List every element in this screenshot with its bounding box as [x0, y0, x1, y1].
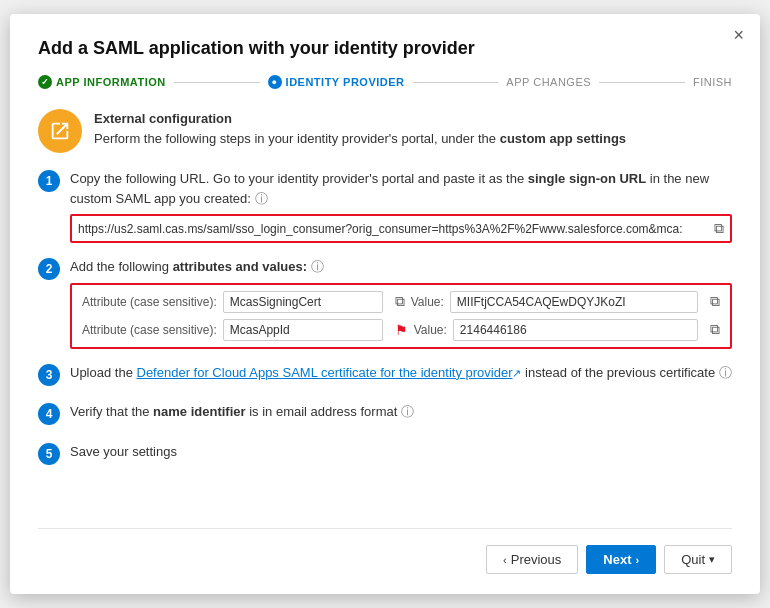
- step2-dot: ●: [268, 75, 282, 89]
- step-line-3: [599, 82, 685, 83]
- next-chevron-icon: ›: [635, 554, 639, 566]
- step4-text-bold: name identifier: [153, 404, 245, 419]
- step5-text: Save your settings: [70, 444, 177, 459]
- ext-config-text: External configuration Perform the follo…: [94, 109, 626, 148]
- ext-config-title: External configuration: [94, 111, 232, 126]
- next-label: Next: [603, 552, 631, 567]
- step4-text-prefix: Verify that the: [70, 404, 153, 419]
- step1-body: Copy the following URL. Go to your ident…: [70, 169, 732, 243]
- attr1-value-field: MIIFtjCCA54CAQEwDQYJKoZI: [450, 291, 698, 313]
- step2-label: IDENTITY PROVIDER: [286, 76, 405, 88]
- step2-info-icon[interactable]: ⓘ: [311, 259, 324, 274]
- step5-body: Save your settings: [70, 442, 732, 468]
- steps-bar: ✓ APP INFORMATION ● IDENTITY PROVIDER AP…: [38, 75, 732, 89]
- step1-text-bold: single sign-on URL: [528, 171, 646, 186]
- url-box: https://us2.saml.cas.ms/saml/sso_login_c…: [70, 214, 732, 243]
- ext-config-header: External configuration Perform the follo…: [38, 109, 732, 153]
- dialog-footer: ‹ Previous Next › Quit ▾: [38, 528, 732, 574]
- attr1-copy-icon[interactable]: ⧉: [395, 293, 405, 310]
- attr1-value-label: Value:: [411, 295, 444, 309]
- step4-body: Verify that the name identifier is in em…: [70, 402, 732, 428]
- saml-dialog: × Add a SAML application with your ident…: [10, 14, 760, 594]
- prev-chevron-icon: ‹: [503, 554, 507, 566]
- step-app-changes: APP CHANGES: [506, 76, 591, 88]
- cert-download-link[interactable]: Defender for Cloud Apps SAML certificate…: [137, 365, 513, 380]
- url-value: https://us2.saml.cas.ms/saml/sso_login_c…: [78, 222, 708, 236]
- step-content: 1 Copy the following URL. Go to your ide…: [38, 169, 732, 528]
- attr2-label: Attribute (case sensitive):: [82, 323, 217, 337]
- attr1-label: Attribute (case sensitive):: [82, 295, 217, 309]
- attributes-table: Attribute (case sensitive): McasSigningC…: [70, 283, 732, 349]
- external-config-icon: [38, 109, 82, 153]
- ext-config-desc-prefix: Perform the following steps in your iden…: [94, 131, 500, 146]
- numbered-step-1: 1 Copy the following URL. Go to your ide…: [38, 169, 732, 243]
- step3-label: APP CHANGES: [506, 76, 591, 88]
- step2-text-bold: attributes and values:: [173, 259, 307, 274]
- attr2-value-label: Value:: [414, 323, 447, 337]
- numbered-step-2: 2 Add the following attributes and value…: [38, 257, 732, 349]
- step2-body: Add the following attributes and values:…: [70, 257, 732, 349]
- step4-text-suffix: is in email address format: [246, 404, 398, 419]
- copy-url-icon[interactable]: ⧉: [714, 220, 724, 237]
- step-line-1: [174, 82, 260, 83]
- step2-badge: 2: [38, 258, 60, 280]
- numbered-step-3: 3 Upload the Defender for Cloud Apps SAM…: [38, 363, 732, 389]
- step-line-2: [413, 82, 499, 83]
- step1-label: APP INFORMATION: [56, 76, 166, 88]
- attr2-copy-icon[interactable]: ⚑: [395, 322, 408, 338]
- step3-info-icon[interactable]: ⓘ: [719, 365, 732, 380]
- attr1-value-copy-icon[interactable]: ⧉: [710, 293, 720, 310]
- step5-badge: 5: [38, 443, 60, 465]
- step1-badge: 1: [38, 170, 60, 192]
- previous-button[interactable]: ‹ Previous: [486, 545, 578, 574]
- attr2-value-field: 2146446186: [453, 319, 698, 341]
- step3-text-suffix: instead of the previous certificate: [521, 365, 715, 380]
- step4-label: FINISH: [693, 76, 732, 88]
- quit-button[interactable]: Quit ▾: [664, 545, 732, 574]
- attr-row-2: Attribute (case sensitive): McasAppId ⚑ …: [82, 319, 720, 341]
- step-app-information: ✓ APP INFORMATION: [38, 75, 166, 89]
- step1-text-prefix: Copy the following URL. Go to your ident…: [70, 171, 528, 186]
- step3-badge: 3: [38, 364, 60, 386]
- attr1-field: McasSigningCert: [223, 291, 383, 313]
- numbered-step-4: 4 Verify that the name identifier is in …: [38, 402, 732, 428]
- attr2-value-copy-icon[interactable]: ⧉: [710, 321, 720, 338]
- attr2-field: McasAppId: [223, 319, 383, 341]
- dialog-title: Add a SAML application with your identit…: [38, 38, 732, 59]
- step1-info-icon[interactable]: ⓘ: [255, 191, 268, 206]
- quit-chevron-icon: ▾: [709, 553, 715, 566]
- next-button[interactable]: Next ›: [586, 545, 656, 574]
- numbered-step-5: 5 Save your settings: [38, 442, 732, 468]
- ext-config-desc-bold: custom app settings: [500, 131, 626, 146]
- quit-label: Quit: [681, 552, 705, 567]
- attr-row-1: Attribute (case sensitive): McasSigningC…: [82, 291, 720, 313]
- step2-text-prefix: Add the following: [70, 259, 173, 274]
- step-finish: FINISH: [693, 76, 732, 88]
- step4-badge: 4: [38, 403, 60, 425]
- close-button[interactable]: ×: [733, 26, 744, 44]
- step1-dot: ✓: [38, 75, 52, 89]
- step4-info-icon[interactable]: ⓘ: [401, 404, 414, 419]
- previous-label: Previous: [511, 552, 562, 567]
- step3-text-prefix: Upload the: [70, 365, 137, 380]
- step3-body: Upload the Defender for Cloud Apps SAML …: [70, 363, 732, 389]
- step-identity-provider: ● IDENTITY PROVIDER: [268, 75, 405, 89]
